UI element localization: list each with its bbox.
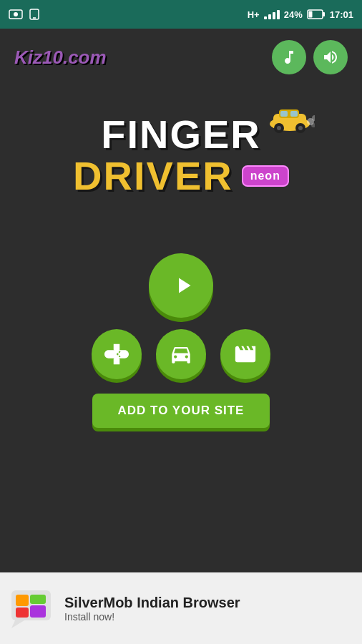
title-car-svg (265, 104, 315, 136)
signal-bars (264, 10, 280, 19)
play-button[interactable] (149, 253, 213, 318)
svg-rect-11 (290, 111, 298, 117)
svg-point-13 (277, 126, 281, 130)
status-bar: H+ 24% 17:01 (0, 0, 362, 29)
ad-subtitle: Install now! (64, 611, 240, 623)
ad-icon (11, 587, 54, 630)
svg-marker-20 (11, 620, 24, 628)
time-display: 17:01 (330, 9, 353, 20)
svg-rect-6 (308, 11, 312, 18)
battery-icon (307, 9, 326, 19)
ad-text-area: SilverMob Indian Browser Install now! (64, 595, 240, 623)
music-icon (280, 49, 298, 66)
buttons-area: ADD TO YOUR SITE (92, 253, 270, 428)
secondary-buttons (92, 329, 270, 379)
ad-bar[interactable]: SilverMob Indian Browser Install now! (0, 572, 362, 644)
header-buttons (272, 40, 348, 74)
kiz-logo[interactable]: Kiz10.com (14, 47, 107, 69)
car-button[interactable] (156, 329, 206, 379)
game-title-area: FINGER DRIVER (73, 114, 289, 196)
volume-button[interactable] (313, 40, 348, 74)
screenshot-icon (9, 9, 23, 20)
svg-point-15 (298, 126, 303, 130)
neon-badge: neon (242, 165, 289, 187)
game-title-line2: DRIVER (73, 156, 233, 196)
svg-rect-24 (30, 605, 46, 618)
video-button[interactable] (220, 329, 270, 379)
controller-button[interactable] (92, 329, 142, 379)
controller-icon (104, 342, 129, 366)
ad-title: SilverMob Indian Browser (64, 595, 240, 611)
battery-percent: 24% (284, 9, 303, 20)
signal-label: H+ (248, 9, 260, 20)
svg-rect-22 (16, 608, 29, 618)
svg-rect-21 (16, 595, 29, 606)
svg-point-1 (14, 12, 18, 16)
status-bar-left (9, 9, 41, 20)
game-title-line1: FINGER (101, 112, 261, 157)
svg-rect-10 (280, 111, 288, 117)
add-to-site-button[interactable]: ADD TO YOUR SITE (92, 394, 270, 428)
svg-rect-23 (30, 595, 46, 604)
svg-rect-5 (323, 12, 325, 16)
game-area: Kiz10.com FINGER (0, 29, 362, 572)
volume-icon (322, 49, 339, 66)
music-button[interactable] (272, 40, 306, 74)
phone-icon (27, 9, 41, 20)
play-icon (170, 273, 196, 298)
game-title-bottom-row: DRIVER neon (73, 156, 289, 196)
car-icon (169, 342, 193, 366)
video-icon (233, 342, 258, 366)
header: Kiz10.com (0, 29, 362, 86)
